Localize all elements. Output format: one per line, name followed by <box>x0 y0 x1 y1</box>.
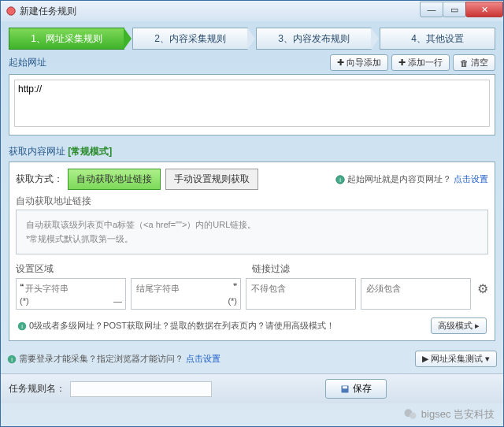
include-input[interactable] <box>365 282 467 295</box>
minimize-button[interactable]: — <box>420 2 443 17</box>
start-url-label: 起始网址 <box>9 56 46 69</box>
add-row-button[interactable]: ✚ 添加一行 <box>391 54 450 71</box>
content-hint: i 起始网址就是内容页网址？ 点击设置 <box>335 173 488 185</box>
window: 新建任务规则 — ▭ ✕ 1、网址采集规则 2、内容采集规则 3、内容发布规则 … <box>0 0 504 427</box>
advanced-hint: i 0级或者多级网址？POST获取网址？提取的数据在列表页内？请使用高级模式！ <box>17 320 335 332</box>
step-1[interactable]: 1、网址采集规则 <box>9 28 124 50</box>
wizard-add-button[interactable]: ✚ 向导添加 <box>330 54 388 71</box>
save-button[interactable]: 保存 <box>325 379 387 399</box>
area-begin-group: ❝ (*)— <box>16 278 126 310</box>
gear-icon[interactable]: ⚙ <box>477 281 488 310</box>
step-2[interactable]: 2、内容采集规则 <box>132 28 248 50</box>
end-input[interactable] <box>135 282 233 295</box>
footer-bar: 任务规则名： 保存 <box>1 373 503 403</box>
auto-fetch-sublabel: 自动获取地址链接 <box>16 195 488 208</box>
mode-label: [常规模式] <box>68 146 112 157</box>
svg-point-10 <box>410 413 416 419</box>
save-icon <box>340 384 350 394</box>
filter-include-group <box>361 278 471 310</box>
content-url-label: 获取内容网址 <box>9 146 65 157</box>
login-hint: i 需要登录才能采集？指定浏览器才能访问？ 点击设置 <box>7 353 220 365</box>
task-name-input[interactable] <box>70 381 212 397</box>
click-set-link[interactable]: 点击设置 <box>454 173 488 185</box>
area-label: 设置区域 <box>16 262 252 276</box>
area-end-group: ❞ (*) <box>131 278 241 310</box>
info-icon: i <box>7 355 17 364</box>
svg-rect-8 <box>343 386 347 388</box>
quote-close-icon: ❞ <box>233 282 237 295</box>
titlebar: 新建任务规则 — ▭ ✕ <box>1 1 503 21</box>
start-url-input[interactable] <box>14 80 490 127</box>
tab-manual-fetch[interactable]: 手动设置规则获取 <box>165 169 258 190</box>
step-4[interactable]: 4、其他设置 <box>380 28 495 50</box>
step-3[interactable]: 3、内容发布规则 <box>256 28 372 50</box>
content-url-panel: 获取方式： 自动获取地址链接 手动设置规则获取 i 起始网址就是内容页网址？ 点… <box>9 162 495 341</box>
wildcard-icon[interactable]: (*) <box>20 296 29 306</box>
filter-exclude-group <box>246 278 356 310</box>
begin-input[interactable] <box>24 282 122 295</box>
window-title: 新建任务规则 <box>20 5 76 18</box>
close-button[interactable]: ✕ <box>465 2 503 17</box>
auto-fetch-hint: 自动获取该级列表页中a标签（<a href="">）内的URL链接。 *常规模式… <box>16 210 488 254</box>
tab-auto-fetch[interactable]: 自动获取地址链接 <box>68 169 161 190</box>
info-icon: i <box>335 175 345 184</box>
maximize-button[interactable]: ▭ <box>443 2 466 17</box>
filter-label: 链接过滤 <box>252 262 488 276</box>
exclude-input[interactable] <box>250 282 352 295</box>
svg-point-0 <box>7 7 16 16</box>
login-set-link[interactable]: 点击设置 <box>186 353 220 365</box>
task-name-label: 任务规则名： <box>9 382 65 395</box>
advanced-mode-button[interactable]: 高级模式 ▸ <box>431 317 487 334</box>
fetch-method-label: 获取方式： <box>16 173 63 186</box>
start-url-panel <box>9 74 495 136</box>
wizard-steps: 1、网址采集规则 2、内容采集规则 3、内容发布规则 4、其他设置 <box>9 28 495 50</box>
url-test-button[interactable]: ▶ 网址采集测试 ▾ <box>415 351 497 367</box>
app-icon <box>6 6 17 17</box>
wildcard-icon-2[interactable]: (*) <box>228 296 237 306</box>
clear-button[interactable]: 🗑 清空 <box>453 54 495 71</box>
watermark: bigsec 岂安科技 <box>402 407 495 422</box>
dash-icon: — <box>113 296 122 306</box>
info-icon: i <box>17 321 27 331</box>
